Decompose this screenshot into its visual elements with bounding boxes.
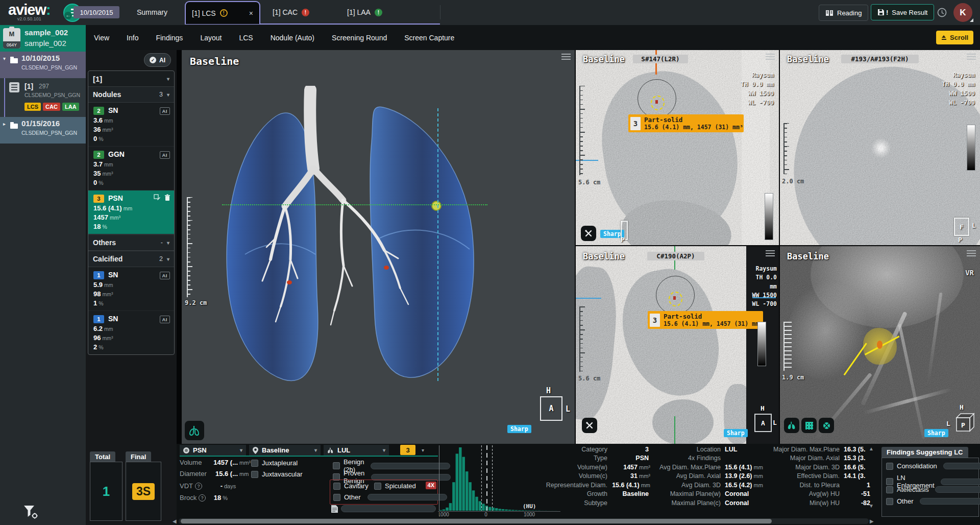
study-item-2016[interactable]: ▸ 01/15/2016 CLSDEMO_PSN_GGN: [0, 117, 86, 144]
tab-laa[interactable]: [1] LAA !: [341, 4, 388, 20]
nodule-count-badge[interactable]: 3: [400, 445, 415, 455]
section-others[interactable]: Others - ▾: [88, 234, 174, 251]
series-item[interactable]: [1] 297 CLSDEMO_PSN_GGN LCS CAC LAA: [0, 78, 86, 117]
viewport-menu-icon[interactable]: [766, 54, 775, 60]
check-other-finding[interactable]: Other: [333, 493, 434, 501]
viewport-3d-main[interactable]: Baseline 9.2 cm H A L Sharp: [182, 50, 575, 444]
scroll-down-icon[interactable]: ▼: [869, 503, 874, 509]
help-icon[interactable]: ?: [199, 494, 206, 502]
ai-toggle-button[interactable]: ✓ AI: [144, 53, 171, 67]
menu-layout[interactable]: Layout: [200, 34, 222, 42]
scrollbar-thumb[interactable]: [181, 519, 772, 523]
checkbox[interactable]: [251, 460, 258, 467]
other-finding-input[interactable]: [368, 494, 447, 500]
adjust-tools-button[interactable]: [582, 418, 597, 433]
badge-lcs[interactable]: LCS: [24, 103, 41, 111]
nodule-item-psn-selected[interactable]: 3PSN 15.6 (4.1)mm 1457mm³ 18%: [88, 190, 174, 234]
timepoint-select[interactable]: Baseline ▾: [249, 445, 321, 456]
sharp-kernel-badge[interactable]: Sharp: [724, 429, 748, 437]
nodule-group-header[interactable]: [1] ▾: [88, 71, 174, 86]
section-calcified[interactable]: Calcified 2 ▾: [88, 251, 174, 267]
tab-cac[interactable]: [1] CAC !: [266, 4, 315, 20]
lung-view-button[interactable]: [185, 421, 204, 440]
scroll-up-icon[interactable]: ▲: [869, 446, 874, 451]
nodule-red-marker[interactable]: [384, 266, 389, 270]
patient-card[interactable]: M 064Y sample_002 sample_002: [0, 25, 86, 52]
checkbox[interactable]: [886, 486, 893, 493]
nodule-3d-marker[interactable]: [432, 201, 441, 210]
badge-laa[interactable]: LAA: [62, 103, 79, 111]
lung-3d-render[interactable]: [214, 86, 500, 392]
menu-nodule-auto[interactable]: Nodule (Auto): [271, 34, 314, 42]
viewport-menu-icon[interactable]: [967, 54, 976, 60]
check-spiculated[interactable]: Spiculated: [374, 482, 416, 490]
note-input[interactable]: [341, 505, 436, 512]
save-result-button[interactable]: ! Save Result: [871, 4, 934, 20]
section-nodules[interactable]: Nodules 3 ▾: [88, 86, 174, 103]
crop-volume-button[interactable]: [819, 418, 834, 433]
orientation-cube[interactable]: F: [954, 218, 969, 236]
scroll-button[interactable]: Scroll: [936, 31, 973, 44]
nodule-item-ggn[interactable]: 2GGN AI 3.7mm 35mm³ 0%: [88, 147, 174, 190]
check-consolidation[interactable]: Consolidation: [886, 462, 974, 470]
checkbox[interactable]: [333, 494, 340, 501]
tab-summary[interactable]: Summary: [137, 8, 167, 16]
menu-lcs[interactable]: LCS: [239, 34, 253, 42]
viewport-axial-zoom[interactable]: Baseline #193/A#193(F2H) Raysum TH 0.0 m…: [780, 50, 980, 245]
nodule-select[interactable]: PSN ▾: [180, 445, 246, 456]
viewport-coronal[interactable]: Baseline C#190(A2P) Raysum TH 0.0 mm WW …: [576, 246, 779, 444]
edit-nodule-icon[interactable]: [154, 194, 161, 203]
checkbox[interactable]: [886, 498, 893, 505]
viewport-menu-icon[interactable]: [766, 250, 775, 257]
menu-screening-round[interactable]: Screening Round: [332, 34, 387, 42]
checkbox[interactable]: [333, 462, 340, 469]
chevron-down-icon[interactable]: ▾: [422, 447, 424, 453]
viewport-vr[interactable]: Baseline VR 1.9 cm Sharp H L P: [780, 246, 980, 444]
study-item-2015[interactable]: ▾ 10/10/2015 CLSDEMO_PSN_GGN: [0, 52, 86, 78]
tab-lcs[interactable]: [1] LCS ! ×: [185, 1, 260, 24]
grayscale-ramp[interactable]: [967, 125, 975, 171]
avatar[interactable]: K: [953, 3, 972, 22]
check-atelectasis[interactable]: Atelectasis: [886, 486, 974, 493]
menu-info[interactable]: Info: [127, 34, 138, 42]
adjust-tools-button[interactable]: [581, 226, 596, 241]
checkbox[interactable]: [886, 478, 893, 485]
menu-screen-capture[interactable]: Screen Capture: [404, 34, 454, 42]
check-juxtavascular[interactable]: Juxtavascular: [251, 470, 302, 478]
horizontal-scrollbar[interactable]: [179, 518, 869, 524]
calcified-item-2[interactable]: 1SN AI 6.2mm 96mm³ 2%: [88, 311, 174, 354]
nodule-annotation-label[interactable]: 3 Part-solid 15.6 (4.1) mm, 1457 (31) mm…: [648, 311, 763, 329]
viewport-menu-icon[interactable]: [967, 250, 976, 257]
location-select[interactable]: LUL ▾: [324, 445, 389, 456]
nodule-red-marker[interactable]: [287, 280, 292, 284]
filter-settings-icon[interactable]: [22, 505, 38, 519]
checkbox[interactable]: [251, 471, 258, 478]
delete-nodule-icon[interactable]: [164, 194, 170, 203]
badge-cac[interactable]: CAC: [43, 103, 60, 111]
nodule-annotation-label[interactable]: 3 Part-solid 15.6 (4.1) mm, 1457 (31) mm…: [628, 114, 744, 132]
menu-findings[interactable]: Findings: [156, 34, 183, 42]
sharp-kernel-badge[interactable]: Sharp: [507, 425, 531, 433]
grayscale-ramp[interactable]: [765, 193, 773, 240]
note-icon[interactable]: [331, 505, 338, 513]
study-date-badge[interactable]: 10/10/2015: [74, 6, 119, 18]
scroll-right-icon[interactable]: ▶: [870, 518, 874, 524]
orientation-cube[interactable]: P: [952, 411, 976, 434]
orientation-cube[interactable]: A: [540, 396, 562, 421]
history-clock-icon[interactable]: [937, 8, 947, 17]
lung-view-button[interactable]: [784, 418, 799, 433]
checkbox[interactable]: [886, 463, 893, 470]
checkbox[interactable]: [374, 483, 381, 490]
other-lc-input[interactable]: [920, 498, 980, 505]
viewport-sagittal[interactable]: Baseline S#147(L2R) Raysum TH 0.0 mm WW …: [576, 50, 779, 245]
atelectasis-input[interactable]: [935, 486, 980, 493]
sharp-kernel-badge[interactable]: Sharp: [924, 429, 948, 437]
check-cavitary[interactable]: Cavitary: [333, 482, 369, 490]
reading-button[interactable]: Reading: [819, 5, 868, 21]
nodule-item-sn2[interactable]: 2SN AI 3.6mm 36mm³ 0%: [88, 103, 174, 147]
check-other-lc[interactable]: Other: [886, 497, 974, 505]
check-juxtapleural[interactable]: Juxtapleural: [251, 459, 298, 467]
grid-view-button[interactable]: [801, 418, 817, 433]
checkbox[interactable]: [333, 483, 340, 490]
calcified-item-1[interactable]: 1SN AI 5.9mm 98mm³ 1%: [88, 267, 174, 311]
